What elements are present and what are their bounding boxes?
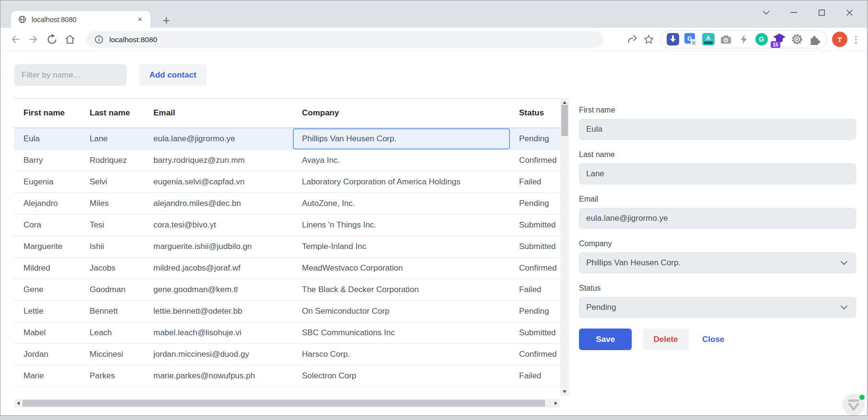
cell-email[interactable]: mildred.jacobs@joraf.wf	[144, 258, 293, 279]
cell-last-name[interactable]: Miles	[81, 193, 144, 215]
cell-first-name[interactable]: Cora	[14, 215, 81, 236]
translate-extension-icon[interactable]: G	[682, 32, 699, 47]
cell-first-name[interactable]: Gene	[14, 279, 81, 301]
cell-last-name[interactable]: Jacobs	[81, 258, 144, 279]
cell-company[interactable]: AutoZone, Inc.	[293, 193, 510, 215]
cell-last-name[interactable]: Leach	[81, 322, 144, 344]
back-button[interactable]	[6, 30, 24, 48]
delete-button[interactable]: Delete	[643, 329, 689, 350]
camera-extension-icon[interactable]	[717, 32, 735, 47]
table-row[interactable]: Barry Rodriquez barry.rodriquez@zun.mm A…	[14, 150, 560, 171]
browser-menu-kebab-icon[interactable]: ⋮	[851, 34, 861, 45]
cell-last-name[interactable]: Parkes	[81, 365, 144, 387]
cell-email[interactable]: eula.lane@jigrormo.ye	[144, 128, 293, 150]
cell-last-name[interactable]: Tesi	[81, 215, 144, 236]
cell-company[interactable]: Avaya Inc.	[293, 150, 510, 171]
add-contact-button[interactable]: Add contact	[139, 64, 207, 86]
cell-last-name[interactable]: Selvi	[81, 171, 144, 193]
table-row[interactable]: Jordan Miccinesi jordan.miccinesi@duod.g…	[14, 344, 560, 365]
new-tab-button[interactable]: +	[159, 13, 174, 27]
graduation-cap-extension-icon[interactable]: 15	[770, 32, 788, 47]
lightning-extension-icon[interactable]	[735, 32, 752, 47]
scroll-left-arrow-icon[interactable]	[17, 401, 20, 405]
grammarly-extension-icon[interactable]: G	[752, 32, 770, 47]
cell-company[interactable]: On Semiconductor Corp	[293, 301, 510, 322]
home-button[interactable]	[61, 30, 79, 48]
cell-company[interactable]: MeadWestvaco Corporation	[293, 258, 510, 279]
window-minimize-icon[interactable]	[780, 1, 808, 23]
share-icon[interactable]	[624, 31, 640, 47]
browser-tab[interactable]: localhost:8080 ✕	[11, 11, 150, 28]
cell-first-name[interactable]: Jordan	[14, 344, 81, 365]
cell-company[interactable]: Laboratory Corporation of America Holdin…	[293, 171, 510, 193]
cell-last-name[interactable]: Goodman	[81, 279, 144, 301]
cell-status[interactable]: Confirmed	[510, 344, 560, 365]
email-field[interactable]	[579, 208, 856, 229]
cell-company[interactable]: Solectron Corp	[293, 365, 510, 387]
cell-first-name[interactable]: Barry	[14, 150, 81, 171]
horizontal-scrollbar[interactable]	[14, 399, 560, 408]
cell-status[interactable]: Submitted	[510, 322, 560, 344]
cell-email[interactable]: alejandro.miles@dec.bn	[144, 193, 293, 215]
cell-first-name[interactable]: Alejandro	[14, 193, 81, 215]
cell-first-name[interactable]: Eula	[14, 128, 81, 150]
table-row[interactable]: Marguerite Ishii marguerite.ishii@judbil…	[14, 236, 560, 258]
cell-email[interactable]: cora.tesi@bivo.yt	[144, 215, 293, 236]
column-header-first-name[interactable]: First name	[14, 98, 81, 128]
profile-avatar[interactable]: T	[832, 32, 847, 47]
cell-last-name[interactable]: Bennett	[81, 301, 144, 322]
cell-first-name[interactable]: Eugenia	[14, 171, 81, 193]
table-row[interactable]: Gene Goodman gene.goodman@kem.tl The Bla…	[14, 279, 560, 301]
tab-close-icon[interactable]: ✕	[135, 15, 145, 24]
table-row[interactable]: Lettie Bennett lettie.bennett@odeter.bb …	[14, 301, 560, 322]
cell-status[interactable]: Submitted	[510, 236, 560, 258]
close-button[interactable]: Close	[702, 329, 724, 350]
cell-company[interactable]: Temple-Inland Inc	[293, 236, 510, 258]
keyboard-a-extension-icon[interactable]: A	[699, 32, 717, 47]
table-row[interactable]: Mildred Jacobs mildred.jacobs@joraf.wf M…	[14, 258, 560, 279]
status-select[interactable]: Pending	[579, 297, 856, 318]
cell-email[interactable]: eugenia.selvi@capfad.vn	[144, 171, 293, 193]
cell-email[interactable]: marguerite.ishii@judbilo.gn	[144, 236, 293, 258]
last-name-field[interactable]	[579, 163, 856, 184]
scroll-up-arrow-icon[interactable]	[563, 101, 567, 104]
cell-status[interactable]: Failed	[510, 279, 560, 301]
window-close-icon[interactable]	[835, 1, 863, 23]
filter-input[interactable]	[14, 64, 127, 86]
cell-email[interactable]: mabel.leach@lisohuje.vi	[144, 322, 293, 344]
table-row[interactable]: Mabel Leach mabel.leach@lisohuje.vi SBC …	[14, 322, 560, 344]
cell-first-name[interactable]: Marie	[14, 365, 81, 387]
url-text[interactable]: localhost:8080	[109, 35, 157, 44]
download-extension-icon[interactable]	[664, 32, 682, 47]
cell-status[interactable]: Confirmed	[510, 150, 560, 171]
column-header-email[interactable]: Email	[144, 98, 293, 128]
column-header-status[interactable]: Status	[510, 98, 560, 128]
cell-first-name[interactable]: Lettie	[14, 301, 81, 322]
window-chevron-down-icon[interactable]	[752, 1, 780, 23]
cell-status[interactable]: Submitted	[510, 215, 560, 236]
cell-last-name[interactable]: Lane	[81, 128, 144, 150]
table-row[interactable]: Eugenia Selvi eugenia.selvi@capfad.vn La…	[14, 171, 560, 193]
cell-status[interactable]: Pending	[510, 128, 560, 150]
extensions-puzzle-icon[interactable]	[806, 32, 823, 47]
table-row[interactable]: Cora Tesi cora.tesi@bivo.yt Linens 'n Th…	[14, 215, 560, 236]
cell-status[interactable]: Failed	[510, 365, 560, 387]
table-row[interactable]: Eula Lane eula.lane@jigrormo.ye Phillips…	[14, 128, 560, 150]
cell-last-name[interactable]: Ishii	[81, 236, 144, 258]
cell-company[interactable]: Phillips Van Heusen Corp.	[293, 128, 510, 150]
cell-first-name[interactable]: Marguerite	[14, 236, 81, 258]
table-row[interactable]: Marie Parkes marie.parkes@nowufpus.ph So…	[14, 365, 560, 387]
cell-last-name[interactable]: Rodriquez	[81, 150, 144, 171]
column-header-last-name[interactable]: Last name	[81, 98, 144, 128]
cell-first-name[interactable]: Mabel	[14, 322, 81, 344]
cell-email[interactable]: lettie.bennett@odeter.bb	[144, 301, 293, 322]
gear-icon[interactable]	[788, 32, 806, 47]
bookmark-star-icon[interactable]	[640, 31, 657, 47]
cell-last-name[interactable]: Miccinesi	[81, 344, 144, 365]
cell-status[interactable]: Confirmed	[510, 258, 560, 279]
cell-company[interactable]: Harsco Corp.	[293, 344, 510, 365]
save-button[interactable]: Save	[579, 329, 632, 350]
cell-first-name[interactable]: Mildred	[14, 258, 81, 279]
vertical-scroll-thumb[interactable]	[561, 105, 568, 136]
page-info-icon[interactable]	[94, 35, 104, 44]
